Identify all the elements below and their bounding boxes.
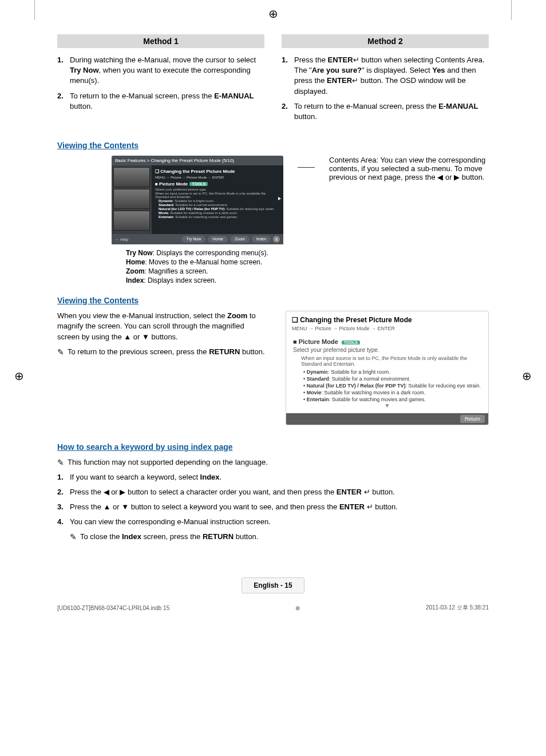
step-number: 2. [282, 101, 294, 122]
scroll-down-icon[interactable]: ▼ [293, 402, 481, 409]
close-button[interactable]: X [273, 236, 280, 243]
print-footer: [UD6100-ZT]BN68-03474C-LPRL04.indb 15 ⊕ … [57, 604, 489, 612]
method2-header: Method 2 [282, 34, 489, 48]
zoom-panel-mode: ■ Picture Mode TOOLS [293, 338, 481, 345]
try-now-button[interactable]: Try Now [181, 236, 205, 243]
method1-header: Method 1 [57, 34, 264, 48]
index-section: How to search a keyword by using index p… [57, 442, 489, 543]
registration-mark-top: ⊕ [268, 7, 278, 21]
index-note-bottom: ✎ To close the Index screen, press the R… [70, 532, 489, 543]
method1-step-2: 2. To return to the e-Manual screen, pre… [57, 91, 264, 112]
help-button[interactable]: ← Help [115, 238, 128, 242]
methods-row: Method 1 1. During watching the e-Manual… [57, 34, 489, 126]
step-text: During watching the e-Manual, move the c… [70, 55, 264, 86]
note-icon: ✎ [57, 457, 64, 469]
print-file: [UD6100-ZT]BN68-03474C-LPRL04.indb 15 [57, 605, 169, 611]
method1-step-1: 1. During watching the e-Manual, move th… [57, 55, 264, 86]
page-number: English - 15 [242, 577, 304, 593]
zoom-note: ✎ To return to the previous screen, pres… [57, 347, 268, 358]
return-button[interactable]: Return [460, 415, 485, 423]
zoom-panel-select: Select your preferred picture type. [293, 347, 481, 353]
screenshot-contents: ❏ Changing the Preset Picture Mode MENU … [152, 165, 283, 234]
zoom-panel-title: ❏ Changing the Preset Picture Mode [292, 316, 482, 324]
screenshot-breadcrumb: Basic Features > Changing the Preset Pic… [112, 156, 283, 165]
viewing-contents-title-2: Viewing the Contents [57, 296, 489, 305]
registration-mark-right: ⊕ [522, 369, 532, 383]
callout-line [298, 167, 315, 168]
index-section-title: How to search a keyword by using index p… [57, 442, 489, 452]
note-icon: ✎ [57, 347, 64, 358]
step-text: Press the ENTER↵ button when selecting C… [294, 55, 489, 97]
method2-step-2: 2. To return to the e-Manual screen, pre… [282, 101, 489, 122]
step-text: To return to the e-Manual screen, press … [70, 91, 264, 112]
picture-mode-head: ■ Picture ModeTOOLS [155, 181, 280, 187]
thumbnail [113, 211, 150, 231]
index-step-1: 1. If you want to search a keyword, sele… [57, 472, 489, 482]
zoom-panel-footer: Return [286, 413, 488, 425]
index-step-2: 2. Press the ◀ or ▶ button to select a c… [57, 487, 489, 497]
contents-area-callout: Contents Area: You can view the correspo… [329, 156, 489, 181]
method2-step-1: 1. Press the ENTER↵ button when selectin… [282, 55, 489, 97]
note-text: When an input source is set to PC, the P… [155, 192, 280, 199]
section-title-text: ❏ Changing the Preset Picture Mode [155, 169, 280, 174]
zoom-button[interactable]: Zoom [230, 236, 250, 243]
menu-path: MENU → Picture → Picture Mode → ENTER [155, 176, 280, 179]
step-number: 1. [282, 55, 294, 97]
zoom-panel: ❏ Changing the Preset Picture Mode MENU … [286, 311, 489, 425]
bullet-list: Dynamic: Suitable for a bright room. Sta… [159, 199, 280, 219]
index-button[interactable]: Index [252, 236, 271, 243]
zoom-block: When you view the e-Manual instruction, … [57, 311, 489, 425]
method1-column: Method 1 1. During watching the e-Manual… [57, 34, 264, 126]
registration-mark-left: ⊕ [14, 369, 24, 383]
step-number: 2. [57, 91, 70, 112]
note-icon: ✎ [70, 532, 77, 543]
thumbnail [113, 167, 150, 187]
step-text: To return to the e-Manual screen, press … [294, 101, 489, 122]
screenshot-thumbnails [112, 165, 152, 234]
thumbnail [113, 189, 150, 209]
viewing-contents-title: Viewing the Contents [57, 141, 489, 150]
registration-mark-bottom: ⊕ [295, 605, 300, 611]
index-step-4: 4. You can view the corresponding e-Manu… [57, 517, 489, 527]
zoom-panel-note: When an input source is set to PC, the P… [301, 355, 481, 367]
viewing-block: Basic Features > Changing the Preset Pic… [57, 156, 489, 244]
method2-column: Method 2 1. Press the ENTER↵ button when… [282, 34, 489, 126]
index-step-3: 3. Press the ▲ or ▼ button to select a k… [57, 502, 489, 512]
emanual-screenshot: Basic Features > Changing the Preset Pic… [112, 156, 283, 244]
index-note-top: ✎ This function may not supported depend… [57, 457, 489, 469]
zoom-paragraph: When you view the e-Manual instruction, … [57, 311, 268, 342]
step-number: 1. [57, 55, 70, 86]
print-date: 2011-03-12 오후 5:38:21 [426, 604, 489, 612]
select-text: Select your preferred picture type. [155, 188, 280, 191]
home-button[interactable]: Home [208, 236, 228, 243]
page-footer: English - 15 [57, 577, 489, 593]
zoom-text: When you view the e-Manual instruction, … [57, 311, 268, 358]
zoom-panel-path: MENU → Picture → Picture Mode → ENTER [292, 326, 482, 331]
next-page-icon[interactable] [278, 197, 281, 200]
button-captions: Try Now: Displays the corresponding menu… [126, 249, 489, 284]
